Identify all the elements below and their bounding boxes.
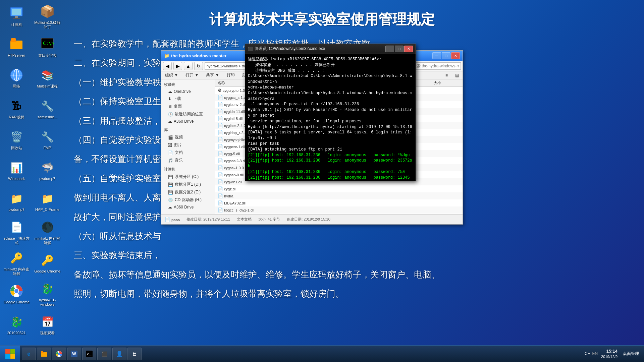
cmd-titlebar[interactable]: ⬛ 管理员: C:\Windows\system32\cmd.exe ─ □ ✕ <box>245 44 416 54</box>
taskbar-item-explorer[interactable] <box>37 348 51 360</box>
file-row[interactable]: 📄 libgcc_s_dw2-1.dll <box>215 206 463 214</box>
taskbar-item-securecrt[interactable]: ⬛ <box>97 348 111 360</box>
view-details[interactable]: ▤ <box>453 72 461 78</box>
svg-rect-1 <box>12 9 21 15</box>
taskbar-item-word[interactable]: W <box>67 348 81 360</box>
close-button[interactable]: ✕ <box>451 52 460 59</box>
desktop-icon-ftpserver[interactable]: FTPserver <box>2 33 31 62</box>
cmd-icon: >_ <box>86 351 93 357</box>
sidebar-drive-d[interactable]: 💾 数据分区1 (D:) <box>161 181 215 188</box>
cmd-close-button[interactable]: ✕ <box>404 46 413 52</box>
desktop-label[interactable]: 桌面管理 <box>621 351 641 357</box>
cmd-line: Hydra (http://www.thc.org/thc-hydra) sta… <box>248 124 413 130</box>
desktop-icon-google-chrome[interactable]: Google Chrome <box>2 279 31 309</box>
share-menu[interactable]: 共享 ▼ <box>204 72 221 79</box>
up-button[interactable]: ▲ <box>184 62 193 70</box>
cmd-line: C:\Users\Administrator\Desktop\hydra-8.1… <box>248 90 413 102</box>
cmd-line: 连接特定的 DNS 后缀 . . . . . : <box>248 68 413 74</box>
maximize-button[interactable]: □ <box>442 52 450 59</box>
desktop-icon-wireshark[interactable]: 🦈 pwdump7 <box>33 156 62 185</box>
sidebar-pictures[interactable]: 🖼 图片 <box>161 141 215 149</box>
svg-rect-17 <box>10 349 15 354</box>
desktop-icon-minikatz2[interactable]: 🔑 Google Chrome <box>33 248 62 278</box>
file-row[interactable]: 📄 LIBEAY32.dll <box>215 199 463 206</box>
svg-point-15 <box>14 289 18 293</box>
sidebar-drive-h[interactable]: 💿 CD 驱动器 (H:) <box>161 196 215 204</box>
sidebar-drive-e[interactable]: 💾 数据分区2 (E:) <box>161 188 215 196</box>
file-row[interactable]: 📄 hydra <box>215 192 463 199</box>
desktop-icon-network[interactable]: 网络 <box>2 63 31 93</box>
sidebar-documents[interactable]: 📄 文档 <box>161 149 215 157</box>
taskbar-item-app2[interactable]: 🖥 <box>127 348 142 360</box>
cmd-title: ⬛ 管理员: C:\Windows\system32\cmd.exe <box>248 46 325 52</box>
cmd-line: [21][ftp] host: 192.168.31.236 login: an… <box>248 158 413 169</box>
svg-rect-16 <box>5 349 10 354</box>
sidebar-onedrive[interactable]: ☁ OneDrive <box>161 88 215 95</box>
svg-rect-22 <box>41 351 43 353</box>
tray-lang2: EN <box>592 351 598 356</box>
view-toggle[interactable]: ≡ <box>443 72 450 78</box>
explorer-icon <box>41 351 47 357</box>
sidebar-drive-c[interactable]: 💾 系统分区 (C:) <box>161 173 215 181</box>
svg-rect-6 <box>11 38 16 41</box>
cmd-line: [DATA] attacking service ftp on port 21 <box>248 147 413 153</box>
sidebar-desktop[interactable]: 🖥 桌面 <box>161 103 215 110</box>
sidebar-a360[interactable]: ☁ A360 Drive <box>161 118 215 125</box>
taskbar-items: e <box>20 346 581 362</box>
cmd-line: [21][ftp] host: 192.168.31.236 login: an… <box>248 169 413 175</box>
cmd-line: 媒体状态 . . . . . . . : 媒体已断开 <box>248 62 413 68</box>
sidebar-music[interactable]: 🎵 音乐 <box>161 157 215 164</box>
favorites-section: 收藏夹 ☁ OneDrive ⬇ 下载 🖥 桌面 🕒 最近访问的位置 ☁ A3 <box>161 81 215 125</box>
desktop-icon-date[interactable]: 📅 视频观看 <box>33 310 62 340</box>
desktop-icon-fmp[interactable]: 📊 Wireshark <box>2 156 31 185</box>
refresh-button[interactable]: ↻ <box>194 62 203 70</box>
back-button[interactable]: ◀ <box>163 62 172 70</box>
cmd-line: service organizations, or for illegal pu… <box>248 119 413 124</box>
desktop-icon-hydra2[interactable]: 🐉 201920521 <box>2 310 31 340</box>
cmd-minimize-button[interactable]: ─ <box>385 46 394 52</box>
desktop-icon-saminside1[interactable]: 🔧 saminside... <box>33 94 62 124</box>
taskbar-item-ie[interactable]: e <box>22 348 36 360</box>
cmd-body[interactable]: 隧道适配器 isatap.<B1629C57-6F88-40E5-9D59-38… <box>245 54 416 181</box>
start-button[interactable] <box>0 346 20 362</box>
desktop-icon-minikatz1[interactable]: 🔑 minikatz 内存密码解 <box>2 248 31 278</box>
svg-rect-2 <box>15 16 18 18</box>
search-input[interactable] <box>411 62 461 70</box>
desktop-icon-pwdump7b[interactable]: 📁 HAP_C-Frame <box>33 187 62 216</box>
cmd-controls: ─ □ ✕ <box>385 46 413 52</box>
desktop-icon-recycle[interactable]: 🗑️ 回收站 <box>2 125 31 155</box>
status-type: 文本文档 <box>237 217 252 222</box>
taskbar-item-chrome[interactable] <box>52 348 66 360</box>
cmd-maximize-button[interactable]: □ <box>395 46 404 52</box>
file-row[interactable]: 📄 cygz.dll <box>215 185 463 192</box>
taskbar-item-cmd[interactable]: >_ <box>82 348 96 360</box>
desktop-icon-console[interactable]: C:\> 窗口令字典 <box>33 33 62 62</box>
desktop-icon-multisim-course[interactable]: 📚 Multisim课程 <box>33 63 62 93</box>
open-menu[interactable]: 打开 ▼ <box>183 72 201 79</box>
desktop-icon-multisim10[interactable]: 📦 Multisim10.破解补丁 <box>33 2 62 31</box>
desktop-icon-pwdump7a[interactable]: 📁 pwdump7 <box>2 187 31 216</box>
bg-title: 计算机技术共享实验室使用管理规定 <box>67 10 577 29</box>
minimize-button[interactable]: ─ <box>432 52 441 59</box>
taskbar-item-app1[interactable]: 👤 <box>112 348 126 360</box>
sidebar-videos[interactable]: 🎬 视频 <box>161 133 215 141</box>
clock-date: 2019/12/9 <box>601 354 618 359</box>
desktop-icon-hap-c-frame[interactable]: 📄 eclipse - 快速方式 <box>2 218 31 247</box>
tray-lang[interactable]: CH <box>585 351 590 356</box>
desktop-icon-rar-crack[interactable]: 🗜 RAR破解 <box>2 94 31 124</box>
desktop-icon-hydra1[interactable]: 🐉 hydra-8.1-windows <box>33 279 62 309</box>
sidebar-a360-2[interactable]: ☁ A360 Drive <box>161 204 215 210</box>
print-button[interactable]: 打印 <box>225 72 237 79</box>
forward-button[interactable]: ▶ <box>173 62 182 70</box>
desktop-icon-saminside2[interactable]: 🔧 FMP <box>33 125 62 155</box>
status-filename: 📄 pass <box>165 217 180 222</box>
taskbar-clock: 15:14 2019/12/9 <box>601 348 618 360</box>
desktop-icon-computer[interactable]: 计算机 <box>2 2 31 31</box>
status-modified: 修改日期: 2019/12/9 15:11 <box>186 217 230 222</box>
col-size[interactable]: 大小 <box>431 79 463 87</box>
organize-menu[interactable]: 组织 ▼ <box>163 72 180 79</box>
desktop-icon-eclipse[interactable]: 🌑 minikatz 内存密码解 <box>33 218 62 247</box>
sidebar-recent[interactable]: 🕒 最近访问的位置 <box>161 110 215 118</box>
sidebar-downloads[interactable]: ⬇ 下载 <box>161 95 215 103</box>
cmd-line: ydra-windows-master <box>248 85 413 90</box>
